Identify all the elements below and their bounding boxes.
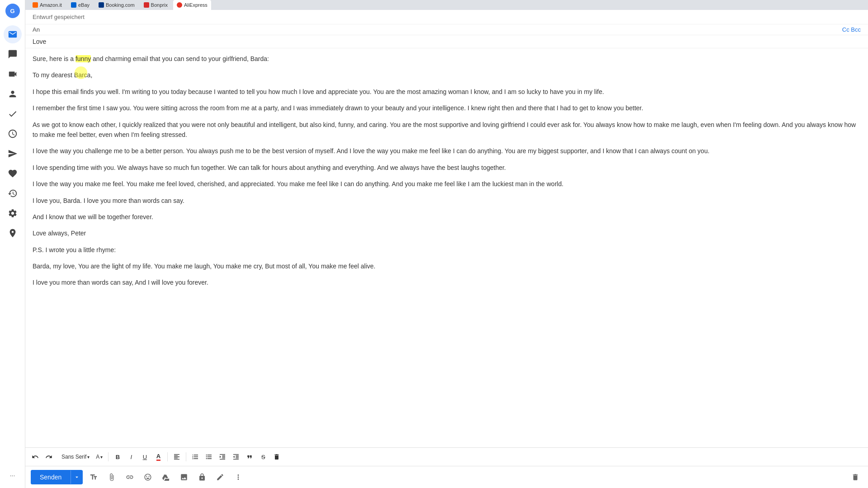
draft-status-text: Entwurf gespeichert [33,14,85,20]
separator-3 [186,452,186,461]
body-paragraph-13: Barda, my love, You are the light of my … [33,261,861,271]
body-paragraph-1: Sure, here is a funny and charming email… [33,54,861,64]
font-dropdown-arrow: ▾ [87,455,90,460]
sidebar-history-icon[interactable] [4,184,22,202]
trash-button[interactable] [848,470,863,484]
lock-button[interactable] [195,470,209,484]
body-paragraph-2: To my dearest B arca, [33,70,861,80]
body-paragraph-9: I love you, Barda. I love you more than … [33,196,861,206]
quote-button[interactable] [243,450,256,463]
body-paragraph-10: And I know that we will be together fore… [33,212,861,222]
tab-booking[interactable]: Booking.com [95,0,138,10]
signature-button[interactable] [213,470,227,484]
underline-label: U [143,454,147,460]
bonprix-tab-label: Bonprix [151,2,168,8]
align-button[interactable] [170,450,183,463]
body-paragraph-3: I hope this email finds you well. I'm wr… [33,87,861,97]
numbered-list-button[interactable] [189,450,202,463]
body-paragraph-14: I love you more than words can say, And … [33,277,861,287]
italic-button[interactable]: I [125,450,137,463]
photo-button[interactable] [177,470,191,484]
bonprix-favicon [144,2,149,8]
send-dropdown-button[interactable] [71,470,83,484]
to-value[interactable]: Love [25,35,868,48]
body-paragraph-8: I love the way you make me feel. You mak… [33,179,861,189]
font-family-label: Sans Serif [61,454,86,460]
left-sidebar: G ··· [0,0,25,488]
browser-tabs: Amazon.it eBay Booking.com Bonprix AliEx… [25,0,868,10]
tab-aliexpress[interactable]: AliExpress [173,0,211,10]
strikethrough-label: S [261,454,265,460]
ali-tab-label: AliExpress [184,2,208,8]
indent-button[interactable] [216,450,229,463]
ebay-tab-label: eBay [78,2,90,8]
send-button[interactable]: Senden [31,470,71,484]
sidebar-more-icon[interactable]: ··· [4,466,22,484]
italic-label: I [131,454,132,460]
to-value-text: Love [33,38,46,45]
highlighted-word: funny [75,55,91,62]
booking-tab-label: Booking.com [106,2,135,8]
sidebar-location-icon[interactable] [4,224,22,242]
sidebar-send-icon[interactable] [4,145,22,163]
tab-amazon[interactable]: Amazon.it [29,0,66,10]
body-paragraph-6: I love the way you challenge me to be a … [33,146,861,156]
amazon-favicon [33,2,38,8]
text-color-button[interactable]: A [152,450,165,463]
ebay-favicon [71,2,76,8]
formatting-toolbar: Sans Serif ▾ A ▾ B I U A [25,447,868,466]
font-size-dropdown[interactable]: A ▾ [93,453,105,461]
booking-favicon [99,2,104,8]
more-options-button[interactable] [231,470,245,484]
tab-ebay[interactable]: eBay [67,0,93,10]
user-avatar[interactable]: G [5,4,20,18]
link-button[interactable] [123,470,137,484]
sidebar-chat-icon[interactable] [4,45,22,63]
sidebar-heart-icon[interactable] [4,164,22,183]
drive-button[interactable] [159,470,173,484]
separator-1 [108,452,108,461]
body-paragraph-5: As we got to know each other, I quickly … [33,120,861,140]
bullet-list-button[interactable] [203,450,215,463]
amazon-tab-label: Amazon.it [40,2,62,8]
undo-button[interactable] [29,450,42,463]
remove-format-button[interactable] [270,450,283,463]
attach-button[interactable] [104,470,119,484]
font-size-label: A [96,454,99,460]
bold-button[interactable]: B [111,450,124,463]
cc-bcc-button[interactable]: Cc Bcc [842,26,861,33]
draft-status: Entwurf gespeichert [25,10,868,24]
text-color-icon: A [156,453,160,461]
body-paragraph-11: Love always, Peter [33,228,861,238]
tab-bonprix[interactable]: Bonprix [140,0,171,10]
email-to-row: An Cc Bcc [25,24,868,35]
sidebar-contacts-icon[interactable] [4,85,22,103]
sidebar-video-icon[interactable] [4,65,22,83]
font-family-dropdown[interactable]: Sans Serif ▾ [59,453,92,461]
size-arrow-icon: ▾ [100,455,103,460]
underline-button[interactable]: U [138,450,151,463]
email-body[interactable]: Sure, here is a funny and charming email… [25,48,868,447]
format-button[interactable] [86,470,101,484]
to-label: An [33,26,40,33]
redo-button[interactable] [42,450,55,463]
sidebar-tasks-icon[interactable] [4,105,22,123]
sidebar-mail-icon[interactable] [4,25,22,43]
strikethrough-button[interactable]: S [257,450,269,463]
sidebar-settings-icon[interactable] [4,204,22,222]
body-paragraph-12: P.S. I wrote you a little rhyme: [33,245,861,255]
compose-window: Entwurf gespeichert An Cc Bcc Love Sure,… [25,10,868,488]
outdent-button[interactable] [230,450,242,463]
sidebar-clock-icon[interactable] [4,125,22,143]
emoji-button[interactable] [141,470,155,484]
action-bar: Senden [25,466,868,488]
send-button-group: Senden [31,470,83,484]
compose-area: Entwurf gespeichert An Cc Bcc Love Sure,… [25,10,868,488]
ali-favicon [177,2,182,8]
body-paragraph-4: I remember the first time I saw you. You… [33,103,861,113]
body-paragraph-7: I love spending time with you. We always… [33,163,861,173]
separator-2 [167,452,168,461]
bold-label: B [116,454,120,460]
